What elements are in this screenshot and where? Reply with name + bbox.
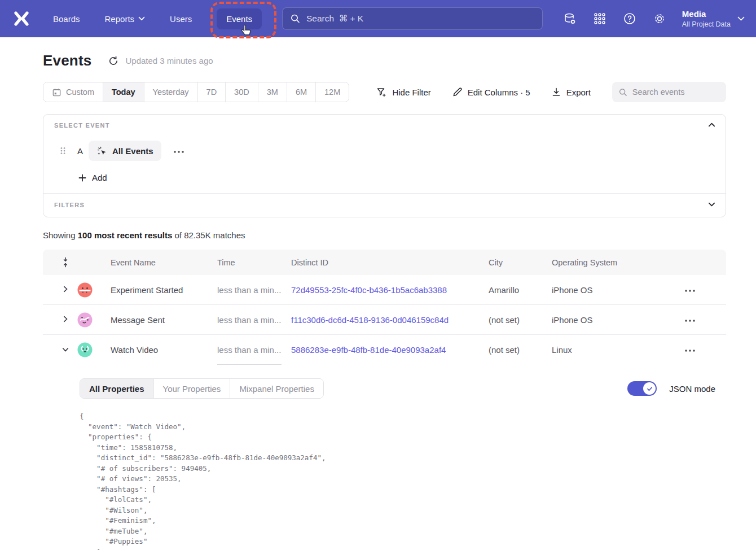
- json-view: { "event": "Watch Video", "properties": …: [80, 411, 715, 550]
- apps-grid-icon[interactable]: [593, 12, 606, 25]
- table-header-row: Event Name Time Distinct ID City Operati…: [43, 250, 726, 275]
- refresh-button[interactable]: [108, 55, 119, 67]
- pencil-icon: [452, 87, 463, 98]
- date-option-6m[interactable]: 6M: [287, 82, 315, 102]
- mixpanel-logo-icon[interactable]: [12, 10, 30, 28]
- cell-event-name: Message Sent: [111, 315, 217, 325]
- add-event-button[interactable]: Add: [78, 173, 107, 182]
- table-row-expanded: Watch Video less than a min... 5886283e-…: [43, 335, 726, 365]
- hand-cursor-icon: [240, 24, 252, 37]
- event-selector-button[interactable]: All Events: [89, 141, 161, 161]
- search-icon: [291, 14, 300, 24]
- date-option-7d[interactable]: 7D: [197, 82, 226, 102]
- row-more-options-button[interactable]: [682, 313, 698, 326]
- filters-label: FILTERS: [54, 202, 714, 208]
- expand-row-button[interactable]: [60, 284, 71, 295]
- event-detail-panel: All Properties Your Properties Mixpanel …: [43, 365, 726, 550]
- event-more-options-button[interactable]: [171, 145, 187, 158]
- chevron-up-icon: [707, 121, 716, 129]
- nav-item-reports[interactable]: Reports: [105, 14, 146, 24]
- date-option-today[interactable]: Today: [103, 82, 144, 102]
- date-option-12m[interactable]: 12M: [315, 82, 349, 102]
- expand-row-button[interactable]: [60, 314, 71, 325]
- results-prefix: Showing: [43, 230, 78, 240]
- nav-item-events[interactable]: Events: [217, 8, 262, 29]
- project-selector[interactable]: Media All Project Data: [682, 8, 731, 29]
- hide-filter-label: Hide Filter: [392, 88, 430, 97]
- export-button[interactable]: Export: [551, 87, 591, 97]
- project-scope: All Project Data: [682, 20, 731, 29]
- cell-distinct-id-link[interactable]: 72d49553-25fc-4f0c-b436-1b5ac6ab3388: [291, 285, 489, 295]
- date-option-30d[interactable]: 30D: [225, 82, 258, 102]
- tab-mixpanel-properties[interactable]: Mixpanel Properties: [230, 379, 323, 398]
- refresh-icon: [108, 55, 119, 67]
- results-summary: Showing 100 most recent results of 82.35…: [43, 230, 726, 240]
- column-header-event-name[interactable]: Event Name: [111, 258, 217, 267]
- column-header-distinct-id[interactable]: Distinct ID: [291, 258, 489, 267]
- properties-tabs: All Properties Your Properties Mixpanel …: [80, 378, 324, 399]
- date-option-label: 3M: [267, 88, 278, 97]
- date-option-label: 7D: [206, 88, 217, 97]
- date-option-label: 6M: [296, 88, 307, 97]
- events-search-input[interactable]: [632, 88, 719, 97]
- column-header-time[interactable]: Time: [217, 258, 291, 267]
- tab-all-properties[interactable]: All Properties: [80, 379, 153, 398]
- chevron-right-icon: [61, 285, 69, 293]
- updated-timestamp: Updated 3 minutes ago: [125, 56, 213, 66]
- event-avatar: [77, 282, 93, 298]
- help-icon[interactable]: [623, 12, 636, 25]
- event-avatar: [77, 312, 93, 328]
- edit-columns-button[interactable]: Edit Columns · 5: [452, 87, 530, 98]
- check-icon: [646, 385, 653, 392]
- results-suffix: of 82.35K matches: [172, 230, 245, 240]
- events-search[interactable]: [612, 82, 726, 102]
- settings-gear-icon[interactable]: [653, 12, 666, 25]
- expand-filters-button[interactable]: [706, 200, 717, 210]
- collapse-section-button[interactable]: [706, 121, 717, 131]
- nav-item-boards[interactable]: Boards: [53, 14, 80, 24]
- json-mode-toggle[interactable]: [627, 381, 657, 396]
- selected-event-label: All Events: [112, 146, 153, 156]
- global-search-input[interactable]: [306, 14, 534, 24]
- page-header: Events Updated 3 minutes ago: [43, 52, 726, 69]
- hide-filter-button[interactable]: Hide Filter: [376, 87, 430, 98]
- date-option-label: Yesterday: [153, 88, 189, 97]
- toggle-knob: [643, 382, 656, 395]
- export-label: Export: [566, 88, 591, 97]
- nav-item-label: Reports: [105, 14, 135, 24]
- filters-section: FILTERS: [43, 193, 726, 217]
- ellipsis-icon: [684, 319, 696, 322]
- column-header-city[interactable]: City: [489, 258, 552, 267]
- table-row: Message Sent less than a min... f11c30d6…: [43, 305, 726, 335]
- row-more-options-button[interactable]: [682, 283, 698, 296]
- plus-icon: [78, 173, 87, 182]
- drag-handle-icon[interactable]: [60, 146, 66, 155]
- json-mode-label: JSON mode: [669, 384, 715, 394]
- controls-row: Custom Today Yesterday 7D 30D 3M 6M 12M: [43, 82, 726, 102]
- date-option-yesterday[interactable]: Yesterday: [144, 82, 197, 102]
- cell-time: less than a min...: [217, 285, 291, 295]
- data-management-icon[interactable]: [563, 12, 577, 25]
- top-nav: Boards Reports Users Events: [0, 0, 756, 37]
- nav-item-label: Boards: [53, 14, 80, 24]
- cell-distinct-id-link[interactable]: 5886283e-e9fb-48fb-81de-40e9093a2af4: [291, 345, 489, 355]
- date-option-label: 12M: [324, 88, 340, 97]
- collapse-row-button[interactable]: [60, 344, 71, 356]
- all-events-icon: [96, 146, 107, 156]
- global-search[interactable]: [282, 7, 543, 30]
- detail-header: All Properties Your Properties Mixpanel …: [80, 378, 715, 399]
- row-more-options-button[interactable]: [682, 343, 698, 356]
- nav-item-users[interactable]: Users: [170, 14, 192, 24]
- cell-event-name: Experiment Started: [111, 285, 217, 295]
- chevron-down-icon[interactable]: [737, 16, 745, 21]
- tab-your-properties[interactable]: Your Properties: [153, 379, 230, 398]
- events-table: Event Name Time Distinct ID City Operati…: [43, 250, 726, 550]
- column-header-os[interactable]: Operating System: [552, 258, 658, 267]
- date-option-custom[interactable]: Custom: [43, 82, 103, 102]
- collapse-rows-icon[interactable]: [61, 256, 69, 268]
- add-label: Add: [92, 173, 107, 182]
- cell-distinct-id-link[interactable]: f11c30d6-dc6d-4518-9136-0d046159c84d: [291, 315, 489, 325]
- select-event-section: SELECT EVENT A: [43, 115, 726, 193]
- date-option-3m[interactable]: 3M: [258, 82, 287, 102]
- nav-item-events-wrap: Events: [217, 8, 262, 29]
